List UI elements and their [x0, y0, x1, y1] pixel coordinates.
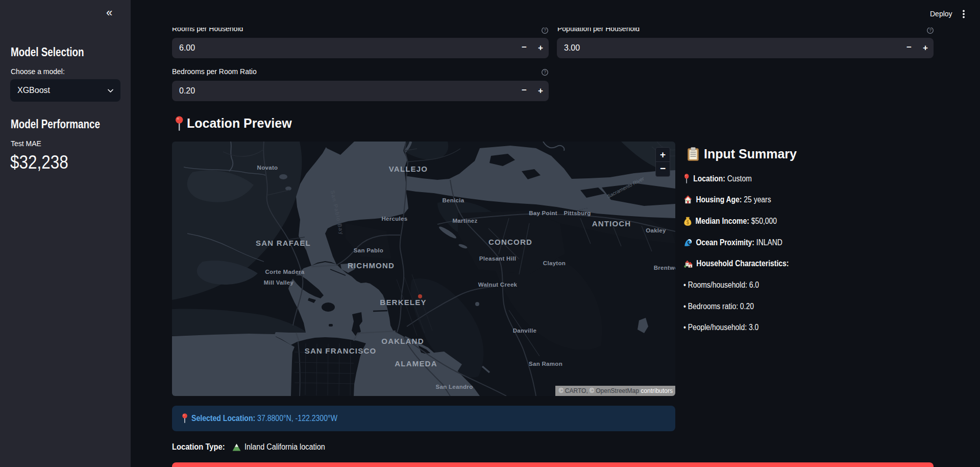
svg-text:RICHMOND: RICHMOND: [348, 261, 395, 270]
svg-text:ALAMEDA: ALAMEDA: [395, 359, 437, 368]
svg-text:?: ?: [544, 69, 546, 75]
svg-text:CONCORD: CONCORD: [488, 238, 532, 246]
svg-text:$: $: [687, 220, 690, 225]
svg-text:ANTIOCH: ANTIOCH: [592, 219, 631, 228]
svg-text:SAN FRANCISCO: SAN FRANCISCO: [305, 346, 377, 355]
svg-text:San Leandro: San Leandro: [436, 384, 473, 390]
svg-text:Martinez: Martinez: [452, 218, 477, 224]
svg-text:BERKELEY: BERKELEY: [380, 298, 426, 307]
svg-text:SAN RAFAEL: SAN RAFAEL: [256, 239, 311, 247]
svg-text:Brentwood: Brentwood: [654, 265, 675, 271]
svg-text:Benicia: Benicia: [442, 197, 464, 203]
svg-text:Bay Point: Bay Point: [529, 210, 557, 216]
svg-text:Hercules: Hercules: [382, 216, 408, 222]
svg-text:?: ?: [544, 28, 546, 33]
svg-text:Danville: Danville: [513, 328, 537, 334]
svg-text:?: ?: [929, 28, 932, 33]
svg-text:OAKLAND: OAKLAND: [381, 337, 424, 345]
svg-text:Pittsburg: Pittsburg: [564, 210, 591, 216]
svg-text:Pleasant Hill: Pleasant Hill: [479, 255, 516, 262]
svg-text:San Pablo: San Pablo: [354, 247, 383, 253]
svg-text:San Ramon: San Ramon: [529, 361, 562, 367]
svg-text:Clayton: Clayton: [543, 260, 566, 266]
svg-text:Novato: Novato: [257, 165, 278, 171]
svg-text:Walnut Creek: Walnut Creek: [478, 282, 518, 288]
svg-text:VALLEJO: VALLEJO: [389, 165, 428, 173]
svg-text:Oakley: Oakley: [646, 227, 666, 233]
svg-text:Mill Valley: Mill Valley: [264, 279, 294, 286]
svg-text:Corte Madera: Corte Madera: [265, 269, 304, 275]
